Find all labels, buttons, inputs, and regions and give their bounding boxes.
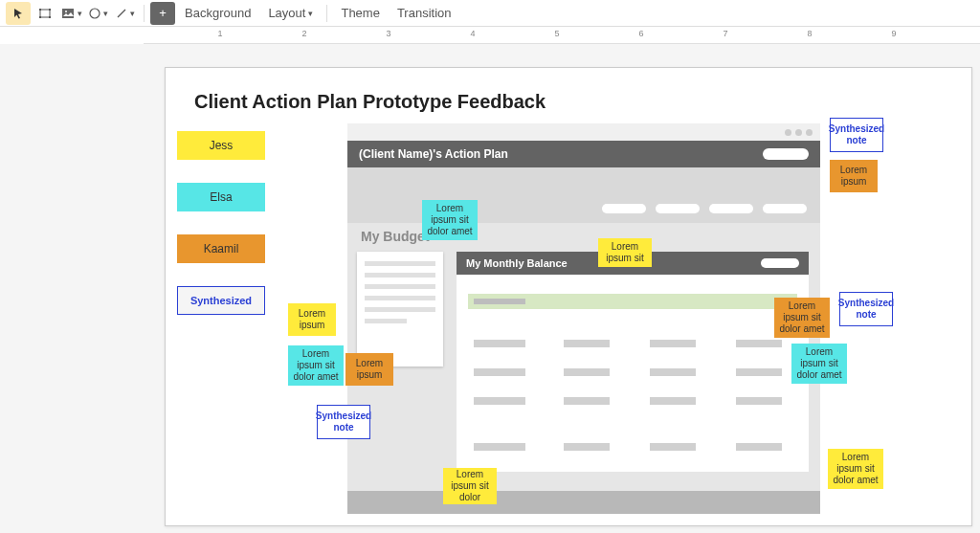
window-dot-icon [795,129,802,136]
wireframe[interactable]: (Client Name)'s Action Plan My Budget My… [347,123,820,514]
chevron-down-icon: ▾ [78,9,82,18]
svg-rect-3 [39,16,41,18]
note-yellow[interactable]: Lorem ipsum sit dolor amet [828,449,883,489]
note-synthesized[interactable]: Synthesized note [317,405,370,439]
window-dot-icon [785,129,791,136]
legend-elsa[interactable]: Elsa [177,183,265,211]
line-tool[interactable]: ▾ [113,2,138,25]
svg-rect-0 [40,10,50,17]
wireframe-header-title: (Client Name)'s Action Plan [359,147,508,161]
slide[interactable]: Client Action Plan Prototype Feedback Je… [165,67,972,526]
wireframe-budget-label: My Budget [361,229,430,244]
legend-kaamil[interactable]: Kaamil [177,234,265,263]
wireframe-pill [763,148,809,160]
new-slide-button[interactable]: + [150,2,175,25]
svg-point-6 [65,11,67,12]
transition-button[interactable]: Transition [390,2,459,25]
wireframe-data-row [468,340,797,349]
chevron-down-icon: ▾ [130,9,135,18]
wireframe-data-row [468,397,797,407]
shape-tool[interactable]: ▾ [86,2,111,25]
wireframe-nav-item [709,204,753,213]
legend-jess[interactable]: Jess [177,131,265,160]
note-cyan[interactable]: Lorem ipsum sit dolor amet [422,200,478,240]
separator [326,5,327,22]
ruler: 1 2 3 4 5 6 7 8 9 [144,27,980,44]
wireframe-pill [761,258,799,268]
note-yellow[interactable]: Lorem ipsum [288,303,336,336]
note-orange[interactable]: Lorem ipsum [830,160,878,192]
wireframe-data-row [468,443,797,453]
wireframe-footer [347,491,820,514]
wireframe-side-card [357,252,443,366]
toolbar: ▾ ▾ ▾ + Background Layout ▾ Theme Transi… [0,0,980,27]
canvas-area[interactable]: Client Action Plan Prototype Feedback Je… [0,44,980,533]
wireframe-panel: My Monthly Balance [457,252,809,472]
wireframe-data-row [468,368,797,378]
wireframe-panel-title: My Monthly Balance [466,257,568,269]
chevron-down-icon: ▾ [103,9,108,18]
note-cyan[interactable]: Lorem ipsum sit dolor amet [288,345,344,386]
wireframe-browser-chrome [347,123,820,141]
wireframe-subheader [347,167,820,223]
slide-title[interactable]: Client Action Plan Prototype Feedback [194,91,546,113]
svg-line-8 [118,10,125,17]
legend-synthesized[interactable]: Synthesized [177,286,265,315]
wireframe-nav-item [602,204,646,213]
note-synthesized[interactable]: Synthesized note [830,118,883,152]
chevron-down-icon: ▾ [308,9,313,18]
wireframe-highlight-row [468,294,797,309]
textbox-tool[interactable] [33,2,57,25]
image-tool[interactable]: ▾ [59,2,84,25]
layout-label: Layout [268,6,305,20]
ruler-tick: 1 [217,29,222,38]
ruler-tick: 7 [723,29,727,38]
wireframe-nav-item [656,204,700,213]
wireframe-nav-item [763,204,807,213]
svg-rect-5 [62,9,74,18]
svg-point-7 [90,9,100,18]
svg-rect-4 [49,16,51,18]
ruler-tick: 5 [554,29,559,38]
svg-rect-2 [49,9,51,11]
ruler-tick: 4 [470,29,475,38]
svg-rect-1 [39,9,41,11]
note-orange[interactable]: Lorem ipsum [345,353,393,386]
note-orange[interactable]: Lorem ipsum sit dolor amet [774,298,830,338]
note-yellow[interactable]: Lorem ipsum sit dolor [443,468,497,504]
window-dot-icon [806,129,813,136]
layout-button[interactable]: Layout ▾ [260,2,321,25]
wireframe-body: My Budget My Monthly Balance [347,223,820,514]
note-yellow[interactable]: Lorem ipsum sit [598,238,652,267]
ruler-tick: 9 [891,29,896,38]
ruler-tick: 3 [386,29,390,38]
separator [144,5,145,22]
select-tool[interactable] [6,2,31,25]
ruler-tick: 6 [638,29,643,38]
wireframe-header: (Client Name)'s Action Plan [347,141,820,167]
note-synthesized[interactable]: Synthesized note [839,292,893,326]
theme-button[interactable]: Theme [333,2,387,25]
background-button[interactable]: Background [177,2,258,25]
note-cyan[interactable]: Lorem ipsum sit dolor amet [791,344,847,384]
ruler-tick: 2 [301,29,306,38]
ruler-tick: 8 [807,29,812,38]
